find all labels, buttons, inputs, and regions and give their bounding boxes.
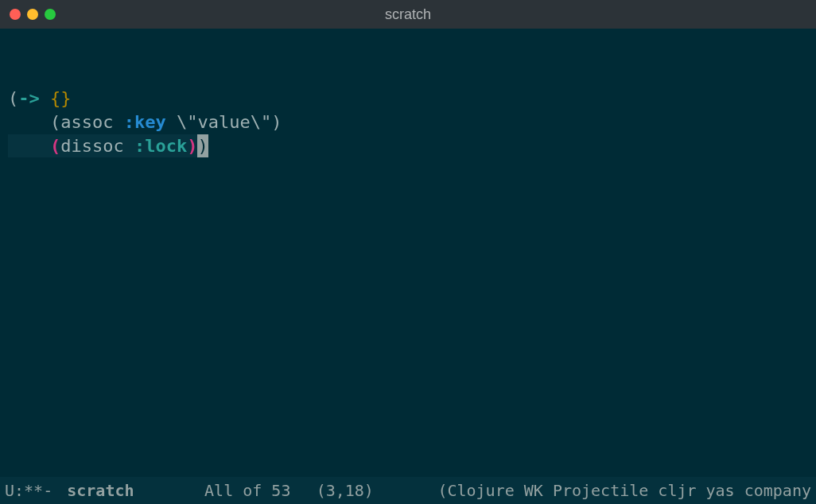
- thread-first-macro: ->: [18, 88, 40, 108]
- code-line-1: (-> {}: [8, 87, 808, 110]
- close-icon[interactable]: [10, 9, 21, 20]
- fn-assoc: assoc: [60, 112, 123, 132]
- matched-paren-close: ): [187, 136, 197, 156]
- highlighted-region: (dissoc :lock): [8, 134, 197, 158]
- keyword-lock: :lock: [134, 136, 187, 156]
- matched-paren-open: (: [50, 136, 60, 156]
- titlebar: scratch: [0, 0, 816, 29]
- traffic-lights: [10, 9, 56, 20]
- cursor: ): [197, 134, 208, 158]
- map-literal: {}: [50, 88, 72, 108]
- modeline-state: U:**-: [5, 481, 52, 500]
- modeline-modes: (Clojure WK Projectile cljr yas company: [437, 481, 811, 500]
- paren-open: (: [8, 88, 18, 108]
- zoom-icon[interactable]: [45, 9, 56, 20]
- modeline: U:**- scratch All of 53 (3,18) (Clojure …: [0, 477, 816, 504]
- minimize-icon[interactable]: [27, 9, 38, 20]
- modeline-position: All of 53: [204, 481, 290, 500]
- string-value: value: [197, 112, 250, 132]
- window-title: scratch: [385, 6, 431, 23]
- modeline-row-col: (3,18): [317, 481, 374, 500]
- code-line-2: (assoc :key \"value\"): [8, 110, 808, 134]
- code-line-3: (dissoc :lock)): [8, 134, 808, 158]
- modeline-buffer-name[interactable]: scratch: [67, 481, 134, 500]
- editor-area[interactable]: (-> {} (assoc :key \"value\") (dissoc :l…: [0, 29, 816, 477]
- fn-dissoc: dissoc: [60, 136, 134, 156]
- keyword-key: :key: [124, 112, 166, 132]
